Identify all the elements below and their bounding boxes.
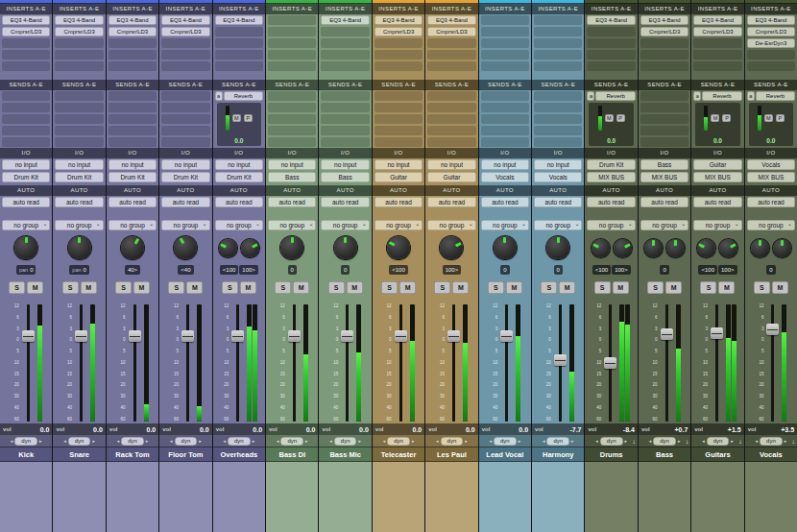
send-empty-slot[interactable]	[481, 137, 529, 147]
pan-knob[interactable]	[174, 236, 197, 259]
track-name[interactable]: Drums	[585, 447, 637, 462]
pan-display[interactable]: <100	[220, 265, 239, 275]
insert-plugin-button[interactable]: EQ3 4-Band	[55, 15, 103, 25]
dyn-button[interactable]: dyn	[228, 437, 251, 446]
automation-mode-button[interactable]: auto read	[587, 197, 635, 207]
dyn-button[interactable]: dyn	[175, 437, 198, 446]
insert-empty-slot[interactable]	[534, 15, 582, 25]
send-empty-slot[interactable]	[55, 126, 103, 135]
fader-cap[interactable]	[288, 330, 301, 342]
fader-track[interactable]	[447, 302, 460, 423]
solo-button[interactable]: S	[754, 281, 770, 294]
send-empty-slot[interactable]	[534, 114, 582, 124]
automation-mode-button[interactable]: auto read	[55, 197, 103, 207]
input-selector[interactable]: no input	[215, 159, 263, 170]
pan-knob[interactable]	[697, 239, 715, 257]
send-empty-slot[interactable]	[321, 91, 369, 101]
vol-value[interactable]: 0.0	[40, 426, 50, 433]
send-pre-button[interactable]: P	[722, 114, 731, 122]
track-name[interactable]: Vocals	[745, 447, 797, 462]
insert-empty-slot[interactable]	[109, 38, 157, 48]
fader-track[interactable]	[711, 302, 723, 423]
track-name[interactable]: Les Paul	[425, 447, 477, 462]
output-selector[interactable]: Bass	[321, 172, 369, 182]
group-selector[interactable]: no group⌄	[321, 220, 369, 230]
send-pre-button[interactable]: P	[616, 114, 625, 122]
input-selector[interactable]: Vocals	[747, 159, 795, 170]
solo-button[interactable]: S	[434, 281, 450, 294]
pan-knob[interactable]	[773, 239, 791, 257]
insert-empty-slot[interactable]	[321, 50, 369, 60]
vol-value[interactable]: 0.0	[93, 426, 103, 433]
output-selector[interactable]: MIX BUS	[587, 172, 635, 182]
automation-mode-button[interactable]: auto read	[321, 197, 369, 207]
track-name[interactable]: Harmony	[532, 447, 584, 462]
send-empty-slot[interactable]	[481, 126, 529, 135]
insert-plugin-button[interactable]: Cmprsr/LD3	[640, 27, 688, 36]
send-level-value[interactable]: 0.0	[766, 137, 775, 144]
group-selector[interactable]: no group⌄	[693, 220, 741, 230]
track-name[interactable]: Lead Vocal	[479, 447, 531, 462]
mute-button[interactable]: M	[399, 281, 416, 294]
output-selector[interactable]: Drum Kit	[161, 172, 209, 182]
automation-mode-button[interactable]: auto read	[747, 197, 795, 207]
pan-knob[interactable]	[219, 239, 237, 257]
send-empty-slot[interactable]	[2, 126, 50, 135]
track-name[interactable]: Guitars	[691, 447, 743, 462]
pan-display[interactable]: 100>	[612, 265, 631, 275]
insert-empty-slot[interactable]	[747, 50, 795, 60]
send-empty-slot[interactable]	[534, 126, 582, 135]
automation-mode-button[interactable]: auto read	[109, 197, 157, 207]
insert-empty-slot[interactable]	[640, 50, 688, 60]
pan-knob[interactable]	[614, 239, 632, 257]
solo-button[interactable]: S	[647, 281, 664, 294]
insert-empty-slot[interactable]	[747, 61, 795, 71]
fader-track[interactable]	[22, 302, 35, 423]
pan-display[interactable]: 0	[766, 265, 775, 275]
group-selector[interactable]: no group⌄	[587, 220, 635, 230]
vol-value[interactable]: 0.0	[466, 426, 475, 433]
pan-display[interactable]: 0	[554, 265, 563, 275]
pan-knob[interactable]	[546, 236, 569, 259]
automation-mode-button[interactable]: auto read	[268, 197, 316, 207]
send-empty-slot[interactable]	[161, 114, 209, 124]
send-level-value[interactable]: 0.0	[234, 137, 243, 144]
insert-empty-slot[interactable]	[640, 38, 688, 48]
insert-empty-slot[interactable]	[55, 38, 103, 48]
dyn-button[interactable]: dyn	[760, 437, 783, 446]
vol-value[interactable]: -7.7	[569, 426, 581, 433]
output-selector[interactable]: MIX BUS	[747, 172, 795, 182]
send-level-value[interactable]: 0.0	[607, 137, 616, 144]
automation-mode-button[interactable]: auto read	[693, 197, 741, 207]
insert-plugin-button[interactable]: Cmprsr/LD3	[374, 27, 423, 36]
output-selector[interactable]: Guitar	[427, 172, 475, 182]
pan-display[interactable]: 0	[660, 265, 668, 275]
send-empty-slot[interactable]	[534, 91, 582, 101]
input-selector[interactable]: no input	[321, 159, 369, 170]
pan-knob[interactable]	[387, 236, 410, 259]
send-empty-slot[interactable]	[481, 114, 529, 124]
insert-empty-slot[interactable]	[640, 61, 688, 71]
mute-button[interactable]: M	[81, 281, 97, 294]
send-empty-slot[interactable]	[55, 114, 103, 124]
mute-button[interactable]: M	[347, 281, 363, 294]
pan-knob[interactable]	[334, 236, 357, 259]
send-mute-button[interactable]: M	[764, 114, 773, 122]
insert-empty-slot[interactable]	[693, 61, 741, 71]
input-selector[interactable]: no input	[55, 159, 103, 170]
insert-plugin-button[interactable]: Cmprsr/LD3	[55, 27, 103, 36]
group-selector[interactable]: no group⌄	[161, 220, 209, 230]
dyn-button[interactable]: dyn	[600, 437, 623, 446]
pan-display[interactable]: 100>	[718, 265, 737, 275]
insert-plugin-button[interactable]: EQ3 4-Band	[215, 15, 263, 25]
automation-mode-button[interactable]: auto read	[427, 197, 475, 207]
insert-empty-slot[interactable]	[587, 38, 635, 48]
dyn-button[interactable]: dyn	[653, 437, 676, 446]
fader-cap[interactable]	[129, 330, 141, 342]
mute-button[interactable]: M	[613, 281, 629, 294]
send-empty-slot[interactable]	[268, 91, 316, 101]
send-empty-slot[interactable]	[481, 103, 529, 112]
fader-track[interactable]	[181, 302, 194, 423]
output-selector[interactable]: Drum Kit	[109, 172, 157, 182]
input-selector[interactable]: Bass	[640, 159, 688, 170]
